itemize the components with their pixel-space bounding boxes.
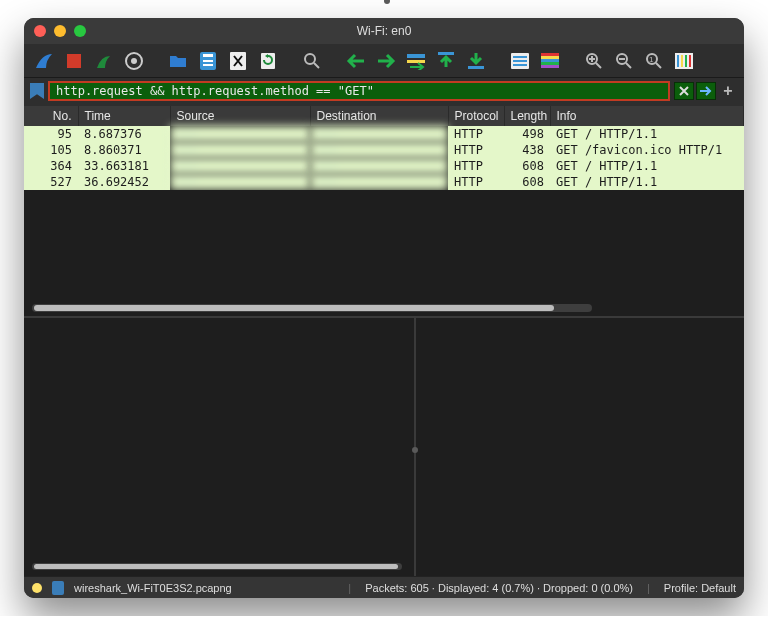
cell-no: 105 (24, 142, 78, 158)
svg-rect-17 (513, 60, 527, 62)
table-row[interactable]: 36433.663181······HTTP608GET / HTTP/1.1 (24, 158, 744, 174)
cell-dest: ··· (310, 126, 448, 142)
svg-line-29 (656, 63, 661, 68)
svg-rect-22 (541, 62, 559, 65)
main-toolbar: 1 (24, 44, 744, 78)
svg-line-10 (314, 63, 319, 68)
colorize-icon[interactable] (538, 49, 562, 73)
svg-point-2 (131, 58, 137, 64)
cell-time: 33.663181 (78, 158, 170, 174)
col-header-dest[interactable]: Destination (310, 106, 448, 126)
svg-rect-20 (541, 56, 559, 59)
col-header-length[interactable]: Length (504, 106, 550, 126)
svg-text:1: 1 (649, 55, 654, 64)
bookmark-icon[interactable] (30, 83, 44, 99)
cell-no: 95 (24, 126, 78, 142)
svg-point-9 (305, 54, 315, 64)
restart-icon[interactable] (92, 49, 116, 73)
svg-line-27 (626, 63, 631, 68)
col-header-no[interactable]: No. (24, 106, 78, 126)
shark-fin-icon[interactable] (32, 49, 56, 73)
cell-source: ··· (170, 126, 310, 142)
svg-rect-4 (203, 54, 213, 57)
svg-rect-32 (677, 55, 679, 67)
cell-info: GET / HTTP/1.1 (550, 174, 744, 190)
packet-details-pane[interactable] (24, 318, 414, 576)
cell-dest: ··· (310, 142, 448, 158)
packet-table[interactable]: No. Time Source Destination Protocol Len… (24, 106, 744, 190)
svg-rect-13 (438, 52, 454, 55)
options-icon[interactable] (122, 49, 146, 73)
svg-rect-0 (67, 54, 81, 68)
first-icon[interactable] (434, 49, 458, 73)
close-window-button[interactable] (34, 25, 46, 37)
close-file-icon[interactable] (226, 49, 250, 73)
cell-info: GET / HTTP/1.1 (550, 126, 744, 142)
add-filter-button[interactable]: + (718, 82, 738, 100)
capture-file-icon[interactable] (52, 581, 64, 595)
stop-icon[interactable] (62, 49, 86, 73)
zoom-reset-icon[interactable]: 1 (642, 49, 666, 73)
cell-dest: ··· (310, 174, 448, 190)
table-row[interactable]: 52736.692452······HTTP608GET / HTTP/1.1 (24, 174, 744, 190)
display-filter-bar: + (24, 78, 744, 106)
col-header-source[interactable]: Source (170, 106, 310, 126)
cell-len: 608 (504, 174, 550, 190)
cell-time: 36.692452 (78, 174, 170, 190)
column-headers[interactable]: No. Time Source Destination Protocol Len… (24, 106, 744, 126)
status-bar: wireshark_Wi-FiT0E3S2.pcapng | Packets: … (24, 576, 744, 598)
maximize-window-button[interactable] (74, 25, 86, 37)
app-window: Wi-Fi: en0 (24, 18, 744, 598)
col-header-info[interactable]: Info (550, 106, 744, 126)
cell-proto: HTTP (448, 174, 504, 190)
col-header-time[interactable]: Time (78, 106, 170, 126)
packet-bytes-pane[interactable] (416, 318, 744, 576)
cell-len: 438 (504, 142, 550, 158)
cell-info: GET /favicon.ico HTTP/1 (550, 142, 744, 158)
display-filter-input[interactable] (48, 81, 670, 101)
clear-filter-icon[interactable] (674, 82, 694, 100)
expert-info-icon[interactable] (32, 583, 42, 593)
svg-rect-14 (468, 66, 484, 69)
auto-scroll-icon[interactable] (508, 49, 532, 73)
go-back-icon[interactable] (344, 49, 368, 73)
save-icon[interactable] (196, 49, 220, 73)
columns-icon[interactable] (672, 49, 696, 73)
minimize-window-button[interactable] (54, 25, 66, 37)
find-icon[interactable] (300, 49, 324, 73)
cell-source: ··· (170, 158, 310, 174)
last-icon[interactable] (464, 49, 488, 73)
svg-rect-16 (513, 56, 527, 58)
table-row[interactable]: 958.687376······HTTP498GET / HTTP/1.1 (24, 126, 744, 142)
svg-rect-12 (407, 60, 425, 63)
cell-len: 498 (504, 126, 550, 142)
packet-list-hscrollbar[interactable] (32, 304, 592, 312)
open-icon[interactable] (166, 49, 190, 73)
svg-rect-18 (513, 64, 527, 66)
titlebar: Wi-Fi: en0 (24, 18, 744, 44)
zoom-in-icon[interactable] (582, 49, 606, 73)
cell-time: 8.687376 (78, 126, 170, 142)
zoom-out-icon[interactable] (612, 49, 636, 73)
svg-rect-23 (541, 65, 559, 68)
cell-no: 364 (24, 158, 78, 174)
svg-rect-19 (541, 53, 559, 56)
cell-proto: HTTP (448, 158, 504, 174)
cell-dest: ··· (310, 158, 448, 174)
go-forward-icon[interactable] (374, 49, 398, 73)
svg-rect-34 (685, 55, 687, 67)
details-hscrollbar[interactable] (32, 563, 402, 570)
apply-filter-icon[interactable] (696, 82, 716, 100)
table-row[interactable]: 1058.860371······HTTP438GET /favicon.ico… (24, 142, 744, 158)
go-to-icon[interactable] (404, 49, 428, 73)
cell-proto: HTTP (448, 126, 504, 142)
svg-rect-35 (689, 55, 691, 67)
status-packet-counts: Packets: 605 · Displayed: 4 (0.7%) · Dro… (365, 582, 633, 594)
svg-rect-33 (681, 55, 683, 67)
reload-icon[interactable] (256, 49, 280, 73)
window-controls (34, 25, 86, 37)
status-profile[interactable]: Profile: Default (664, 582, 736, 594)
packet-list-pane: No. Time Source Destination Protocol Len… (24, 106, 744, 316)
packet-list-empty-area (24, 190, 744, 316)
col-header-proto[interactable]: Protocol (448, 106, 504, 126)
